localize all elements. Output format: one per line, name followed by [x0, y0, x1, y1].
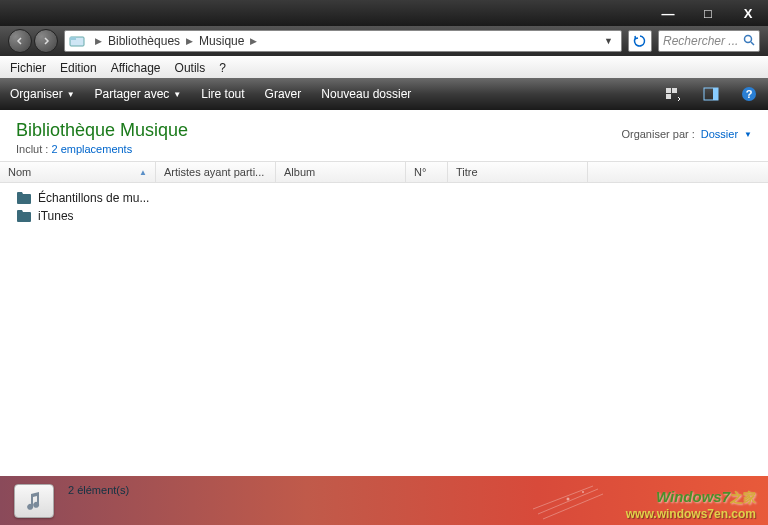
navigation-bar: ▶ Bibliothèques ▶ Musique ▶ ▼ Rechercher… [0, 26, 768, 56]
breadcrumb-sep-icon: ▶ [244, 36, 263, 46]
file-list: Échantillons de mu... iTunes [0, 183, 768, 476]
arrange-dropdown[interactable]: Dossier [701, 128, 738, 140]
library-icon [69, 34, 85, 48]
svg-rect-5 [672, 88, 677, 93]
titlebar: — □ X [0, 0, 768, 26]
svg-line-12 [543, 494, 603, 519]
graver-button[interactable]: Graver [265, 87, 302, 101]
col-nom-label: Nom [8, 166, 31, 178]
breadcrumb-sep-icon: ▶ [180, 36, 199, 46]
menu-help[interactable]: ? [219, 61, 226, 75]
sort-asc-icon: ▲ [139, 168, 147, 177]
watermark-url: www.windows7en.com [626, 507, 756, 521]
music-library-icon [14, 484, 54, 518]
menu-bar: Fichier Edition Affichage Outils ? [0, 56, 768, 78]
item-name: Échantillons de mu... [38, 191, 149, 205]
col-no[interactable]: N° [406, 162, 448, 182]
details-pane: 2 élément(s) Windows7之家 www.windows7en.c… [0, 476, 768, 525]
page-title: Bibliothèque Musique [16, 120, 188, 141]
search-placeholder: Rechercher ... [663, 34, 738, 48]
chevron-down-icon: ▼ [67, 90, 75, 99]
includes-link[interactable]: 2 emplacements [51, 143, 132, 155]
search-icon [743, 34, 755, 49]
svg-line-3 [751, 42, 754, 45]
close-button[interactable]: X [736, 4, 760, 22]
folder-icon [16, 209, 32, 223]
organiser-button[interactable]: Organiser▼ [10, 87, 75, 101]
library-header: Bibliothèque Musique Inclut : 2 emplacem… [0, 110, 768, 161]
col-spacer [588, 162, 768, 182]
back-button[interactable] [8, 29, 32, 53]
svg-point-15 [582, 491, 584, 493]
menu-edition[interactable]: Edition [60, 61, 97, 75]
svg-rect-4 [666, 88, 671, 93]
command-bar: Organiser▼ Partager avec▼ Lire tout Grav… [0, 78, 768, 110]
arrange-label: Organiser par : [621, 128, 694, 140]
content-area: Bibliothèque Musique Inclut : 2 emplacem… [0, 110, 768, 476]
svg-rect-1 [70, 37, 76, 40]
organiser-label: Organiser [10, 87, 63, 101]
svg-point-2 [745, 35, 752, 42]
refresh-button[interactable] [628, 30, 652, 52]
breadcrumb-item[interactable]: Musique [199, 34, 244, 48]
menu-affichage[interactable]: Affichage [111, 61, 161, 75]
liretout-button[interactable]: Lire tout [201, 87, 244, 101]
nouveau-dossier-button[interactable]: Nouveau dossier [321, 87, 411, 101]
col-album[interactable]: Album [276, 162, 406, 182]
col-artistes[interactable]: Artistes ayant parti... [156, 162, 276, 182]
status-text: 2 élément(s) [68, 484, 129, 496]
watermark-cn: 之家 [730, 490, 756, 505]
list-item[interactable]: iTunes [16, 207, 752, 225]
svg-point-14 [567, 498, 570, 501]
col-titre[interactable]: Titre [448, 162, 588, 182]
svg-rect-6 [666, 94, 671, 99]
watermark-brand: Windows7 [656, 488, 730, 505]
breadcrumb-sep-icon: ▶ [89, 36, 108, 46]
forward-button[interactable] [34, 29, 58, 53]
menu-outils[interactable]: Outils [175, 61, 206, 75]
minimize-button[interactable]: — [656, 4, 680, 22]
list-item[interactable]: Échantillons de mu... [16, 189, 752, 207]
svg-rect-8 [713, 88, 718, 100]
address-dropdown-icon[interactable]: ▼ [600, 36, 617, 46]
nav-arrows [8, 29, 58, 53]
help-button[interactable]: ? [740, 85, 758, 103]
preview-pane-button[interactable] [702, 85, 720, 103]
folder-icon [16, 191, 32, 205]
item-name: iTunes [38, 209, 74, 223]
col-nom[interactable]: Nom▲ [0, 162, 156, 182]
view-options-button[interactable] [664, 85, 682, 103]
column-headers: Nom▲ Artistes ayant parti... Album N° Ti… [0, 161, 768, 183]
library-includes: Inclut : 2 emplacements [16, 143, 188, 155]
address-bar[interactable]: ▶ Bibliothèques ▶ Musique ▶ ▼ [64, 30, 622, 52]
includes-label: Inclut : [16, 143, 48, 155]
svg-line-11 [538, 489, 598, 514]
sparkle-decoration [528, 484, 608, 524]
breadcrumb-item[interactable]: Bibliothèques [108, 34, 180, 48]
svg-text:?: ? [746, 88, 753, 100]
search-input[interactable]: Rechercher ... [658, 30, 760, 52]
svg-line-13 [533, 486, 593, 509]
partager-label: Partager avec [95, 87, 170, 101]
arrange-by: Organiser par : Dossier ▼ [621, 120, 752, 140]
menu-fichier[interactable]: Fichier [10, 61, 46, 75]
partager-button[interactable]: Partager avec▼ [95, 87, 182, 101]
chevron-down-icon: ▼ [744, 130, 752, 139]
chevron-down-icon: ▼ [173, 90, 181, 99]
watermark: Windows7之家 www.windows7en.com [626, 488, 756, 521]
maximize-button[interactable]: □ [696, 4, 720, 22]
